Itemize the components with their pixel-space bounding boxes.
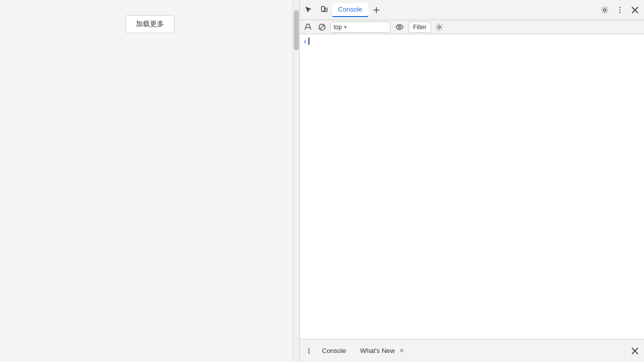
svg-point-5 — [619, 9, 620, 10]
svg-point-6 — [619, 12, 620, 13]
drawer-menu-button[interactable] — [302, 344, 316, 358]
drawer-tab-console[interactable]: Console — [316, 343, 352, 359]
load-more-button[interactable]: 加载更多 — [125, 15, 175, 33]
block-icon — [318, 23, 326, 31]
more-tabs-button[interactable] — [369, 3, 383, 17]
whats-new-close-button[interactable]: ✕ — [398, 347, 406, 355]
left-scrollbar[interactable] — [292, 0, 299, 362]
svg-point-11 — [438, 26, 440, 28]
close-drawer-icon — [631, 347, 639, 355]
console-gear-icon — [435, 23, 443, 31]
console-cursor — [308, 38, 309, 45]
scrollbar-thumb — [294, 10, 299, 50]
device-toolbar-button[interactable] — [317, 3, 331, 17]
browser-page-area: 加载更多 — [0, 0, 299, 362]
javascript-context-selector[interactable]: top ▾ — [330, 22, 390, 33]
inspect-element-button[interactable] — [302, 3, 316, 17]
toolbar-right-icons — [598, 3, 642, 17]
gear-icon — [601, 6, 609, 14]
settings-button[interactable] — [598, 3, 612, 17]
bottom-drawer: Console What's New ✕ — [300, 339, 644, 362]
svg-line-9 — [320, 25, 325, 29]
live-expressions-button[interactable] — [392, 21, 407, 33]
clear-console-icon — [304, 23, 312, 31]
device-icon — [320, 6, 328, 14]
svg-rect-1 — [325, 8, 327, 12]
block-network-button[interactable] — [316, 21, 328, 33]
drawer-tab-whats-new[interactable]: What's New ✕ — [354, 343, 412, 359]
drawer-whats-new-label: What's New — [360, 347, 395, 354]
devtools-top-toolbar: Console — [300, 0, 644, 20]
close-drawer-button[interactable] — [628, 344, 642, 358]
svg-point-10 — [398, 26, 400, 28]
svg-point-14 — [308, 352, 310, 353]
dropdown-arrow-icon: ▾ — [344, 24, 347, 30]
svg-point-13 — [308, 350, 310, 351]
drawer-tabs-container: Console What's New ✕ — [316, 343, 628, 359]
svg-point-4 — [619, 7, 620, 8]
filter-button[interactable]: Filter — [409, 22, 431, 33]
devtools-panel: Console — [299, 0, 644, 362]
inspect-icon — [305, 6, 313, 14]
three-dots-icon — [305, 347, 313, 355]
console-output-area: › — [300, 34, 644, 339]
context-value: top — [334, 24, 342, 31]
console-tab[interactable]: Console — [332, 3, 368, 17]
prompt-chevron-icon: › — [304, 37, 306, 45]
console-prompt-line[interactable]: › — [300, 36, 644, 46]
close-icon — [631, 6, 639, 14]
svg-point-12 — [308, 348, 310, 349]
console-settings-button[interactable] — [433, 21, 445, 33]
more-actions-button[interactable] — [613, 3, 627, 17]
svg-point-3 — [604, 9, 606, 11]
more-vertical-icon — [616, 6, 624, 14]
close-devtools-button[interactable] — [628, 3, 642, 17]
console-secondary-toolbar: top ▾ Filter — [300, 20, 644, 34]
eye-icon — [395, 23, 404, 31]
more-tabs-icon — [372, 6, 380, 14]
clear-console-button[interactable] — [302, 21, 314, 33]
drawer-console-label: Console — [322, 347, 346, 354]
